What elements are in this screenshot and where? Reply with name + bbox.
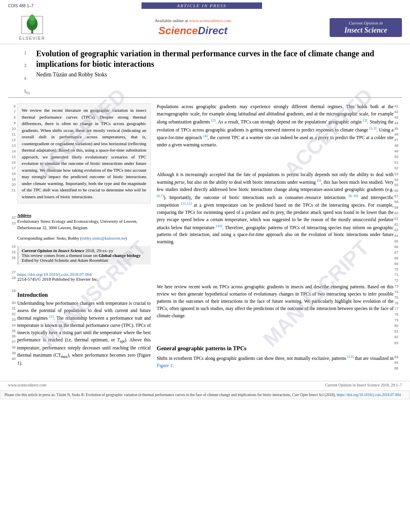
left-column: 678910 1112131415 1617181920 21 We revie…	[6, 103, 151, 373]
right-section-header: General geographic patterns in TPCs 83	[157, 340, 404, 355]
copyright-text: 2214-5745/© 2018 Published by Elsevier I…	[17, 277, 98, 281]
article-header: 1 3 4 501 Evolution of geographic variat…	[0, 44, 410, 96]
citation-text: Please cite this article in press as: Tü…	[4, 393, 336, 397]
doi-section: https://doi.org/10.1016/j.cois.2018.07.0…	[17, 272, 98, 281]
elsevier-logo: ELSEVIER	[8, 14, 56, 41]
right-text-3: We here review recent work on TPCs acros…	[157, 283, 394, 340]
svg-point-3	[30, 14, 35, 21]
intro-paragraph: Understanding how performance changes wi…	[17, 300, 151, 367]
intro-thermal-text: thermal	[74, 337, 88, 342]
intro-performance-text: performance	[42, 345, 66, 350]
abstract-text: We review the recent literature on geogr…	[17, 103, 151, 203]
citation-doi-link[interactable]: https://doi.org/10.1016/j.cois.2018.07.0…	[337, 393, 401, 397]
footer-right: Current Opinion in Insect Science 2018, …	[325, 383, 402, 387]
elsevier-label: ELSEVIER	[19, 36, 45, 41]
citation-box: Please cite this article in press as: Tü…	[0, 390, 410, 399]
address-line1: Evolutionary Stress Ecology and Ecotoxic…	[17, 218, 137, 225]
intro-text: 3031323334 3536373839 40 Understanding h…	[6, 300, 151, 367]
right-section-title: General geographic patterns in TPCs	[157, 344, 394, 353]
right-line-numbers-4: 848586	[394, 355, 404, 372]
right-line-numbers-1: 4142434445 4647484950 5152	[394, 104, 404, 171]
figure1-link[interactable]: Figure 1	[157, 363, 172, 368]
doi-line-numbers: 2728	[6, 270, 17, 284]
corresponding-name: Stoks, Robby (	[56, 236, 82, 240]
corresponding-label: Corresponding author:	[17, 236, 55, 240]
journal-info-box: Current Opinion in Insect Science 2018, …	[17, 246, 151, 265]
main-content: 678910 1112131415 1617181920 21 We revie…	[0, 99, 410, 373]
right-text-4: Shifts in ectotherm TPCs along geographi…	[157, 354, 394, 372]
introduction-section: 29 Introduction 3031323334 3536373839 40…	[6, 288, 151, 367]
journal-name: Current Opinion in Insect Science	[22, 248, 84, 253]
global-change-theme: Global change biology	[98, 253, 141, 258]
doi-link[interactable]: https://doi.org/10.1016/j.cois.2018.07.0…	[17, 272, 92, 277]
right-section-title-block: General geographic patterns in TPCs	[157, 340, 394, 355]
journal-year-volume: 2018, 29:xx–yy	[86, 248, 113, 253]
article-title: Evolution of geographic variation in the…	[36, 48, 402, 69]
intro-section-title: Introduction	[17, 292, 48, 298]
right-line-numbers-3: 7374757677 7879808182	[394, 284, 404, 340]
edited-by: Edited by Oswald Schmitz and Adam Rosenb…	[22, 258, 148, 263]
sciencedirect-url-link[interactable]: www.sciencedirect.com	[189, 18, 231, 23]
sciencedirect-header: Available online at www.sciencedirect.co…	[56, 18, 330, 37]
address-label: Address	[17, 212, 137, 218]
intro-section-line-num: 29	[6, 288, 17, 300]
right-column: Populations across geographic gradients …	[157, 103, 404, 373]
footer-left: www.sciencedirect.com	[8, 383, 46, 387]
review-info: This review comes from a themed issue on…	[22, 253, 148, 258]
address-line-numbers: 2223	[6, 210, 17, 234]
right-paragraph-2: Although it is increasingly accepted tha…	[157, 171, 404, 284]
corresponding-email-link[interactable]: robby.stoks@kuleuven.be	[82, 236, 125, 240]
right-paragraph-1: Populations across geographic gradients …	[157, 103, 404, 171]
available-online-text: Available online at www.sciencedirect.co…	[56, 18, 330, 23]
address-section: Address Evolutionary Stress Ecology and …	[17, 212, 137, 231]
journal-badge: Current Opinion in Insect Science	[330, 18, 402, 37]
intro-where-text: where	[123, 330, 135, 335]
sciencedirect-logo: ScienceDirect	[56, 25, 330, 37]
article-authors: Nedim Tüzün and Robby Stoks	[36, 72, 402, 78]
address-line2: Deberlotstraat 32, 3000 Leuven, Belgium	[17, 225, 137, 231]
journal-citation: Current Opinion in Insect Science 2018, …	[22, 248, 148, 253]
abstract-line-numbers: 678910 1112131415 1617181920 21	[6, 104, 17, 207]
right-paragraph-4: Shifts in ectotherm TPCs along geographi…	[157, 354, 404, 372]
right-line-numbers-2: 5354555657 5859606162 6364656667 6869707…	[394, 172, 404, 284]
title-line-numbers: 1 3 4 501	[24, 48, 36, 96]
journal-header: ELSEVIER Available online at www.science…	[0, 11, 410, 44]
elsevier-tree-icon	[20, 14, 44, 35]
journal-badge-bottom: Insect Science	[334, 26, 398, 35]
abstract-section: 678910 1112131415 1617181920 21 We revie…	[6, 103, 151, 207]
right-paragraph-3: We here review recent work on TPCs acros…	[157, 283, 404, 340]
right-section-line-num: 83	[394, 341, 404, 355]
page-footer: www.sciencedirect.com Current Opinion in…	[0, 381, 410, 389]
right-text-1: Populations across geographic gradients …	[157, 103, 394, 171]
journal-badge-top: Current Opinion in	[334, 21, 398, 25]
intro-line-numbers: 3031323334 3536373839 40	[6, 300, 17, 367]
journal-info-line-numbers: 242526	[6, 244, 17, 267]
right-text-2: Although it is increasingly accepted tha…	[157, 171, 394, 284]
corresponding-author: Corresponding author: Stoks, Robby (robb…	[17, 236, 151, 240]
article-in-press-banner: ARTICLE IN PRESS	[141, 2, 262, 9]
cois-reference: COIS 488 1–7	[8, 4, 33, 8]
